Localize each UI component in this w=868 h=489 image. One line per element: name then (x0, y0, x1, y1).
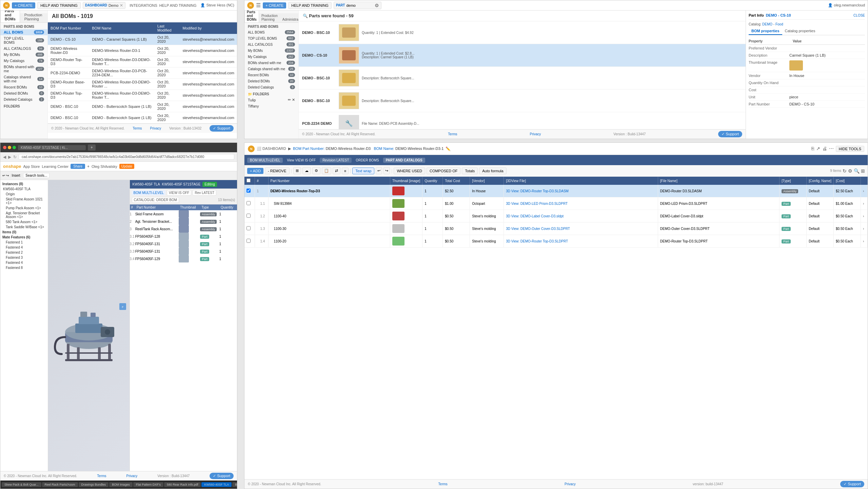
q2-terms[interactable]: Terms (448, 132, 457, 136)
q2-sidebar-my-boms[interactable]: My BOMs 2337 (244, 47, 298, 54)
q4-cell-3dview[interactable]: 3D View: DEMO-Router Top-D3.SLDASM (504, 185, 658, 197)
q4-th-cost[interactable]: [Cost] (834, 177, 861, 185)
q4-th-3dview[interactable]: [3DView File] (504, 177, 658, 185)
q3-privacy[interactable]: Privacy (126, 474, 138, 478)
q4-share-icon[interactable]: ↗ (816, 146, 820, 152)
q3-fastened-5[interactable]: Fastened 4 (2, 260, 46, 265)
q3-url-input[interactable]: cad.onshape.com/documents/2e7ab175304cf9… (19, 154, 234, 160)
q3-tool-undo[interactable]: ↩ (2, 174, 5, 177)
q4-redo-btn[interactable]: ↪ (383, 167, 390, 174)
q3-task-6[interactable]: 580 Rear Rack Info.pdf (164, 482, 201, 487)
q1-cell-name[interactable]: DEMO-Wireless Router-D3-1 (89, 45, 155, 56)
q4-cell-expand[interactable]: › (861, 185, 868, 197)
q4-totals-btn[interactable]: Totals (462, 168, 478, 174)
q4-text-wrap-btn[interactable]: Text wrap (352, 168, 374, 174)
q3-search-tools[interactable]: Search tools... (23, 173, 50, 178)
q4-cell-check[interactable] (244, 210, 255, 222)
q2-folder-tiffany[interactable]: Tiffany (244, 103, 298, 109)
q1-cell-part[interactable]: DEMO - CS-10 (48, 34, 89, 45)
q4-cell-check[interactable] (244, 235, 255, 248)
q1-cell-name[interactable]: DEMO-Wireless Router-D3-DEMO-Router T... (89, 90, 155, 101)
q1-sidebar-all-catalogs[interactable]: ALL CATALOGS 94 (0, 45, 47, 52)
q4-icon-btn-1[interactable]: ⊞ (293, 167, 301, 174)
q3-tree-skid[interactable]: Skid Frame Assom 1021 +1> (2, 197, 46, 206)
q4-multilevel-btn[interactable]: BOM MULTI-LEVEL (247, 158, 283, 163)
q4-th-thumb[interactable]: Thumbnail [image] (390, 177, 422, 185)
q3-task-5[interactable]: Flat Pattern DXF's (133, 482, 163, 487)
q4-cell-check[interactable] (244, 222, 255, 235)
q3-new-tab[interactable]: + (88, 144, 96, 151)
q1-sidebar-deleted-boms[interactable]: Deleted BOMs 0 (0, 90, 47, 96)
q3-share-btn[interactable]: Share (71, 164, 85, 169)
q1-cell-part[interactable]: DEMO - BSC-10 (48, 112, 89, 123)
q4-cell-expand[interactable]: › (861, 235, 868, 248)
q1-create-button[interactable]: + CREATE (12, 2, 35, 8)
q3-task-2[interactable]: Reel Rack Parts/Assm (42, 482, 78, 487)
q3-forward[interactable]: ▶ (8, 155, 11, 159)
q4-row-checkbox[interactable] (246, 239, 251, 243)
q4-order-boms-btn[interactable]: ORDER BOMS (354, 158, 381, 163)
q1-search-clear[interactable]: ✕ (120, 3, 123, 8)
q4-auto-formula-btn[interactable]: Auto formula (479, 168, 506, 174)
q4-detail-row[interactable]: 1 DEMO-Wireless Router-Top-D3 1 $2.50 In… (244, 185, 868, 197)
q3-fastened-1[interactable]: Fastened 1 (2, 240, 46, 245)
q4-hide-tools-btn[interactable]: HIDE TOOLS (836, 146, 864, 152)
q1-cell-part[interactable]: PCB-2234-DEMO (48, 67, 89, 79)
q4-add-btn[interactable]: + ADD (247, 168, 263, 174)
q1-cell-part[interactable]: DEMO-Router Top-D3 (48, 90, 89, 101)
q2-sidebar-deleted-boms[interactable]: Deleted BOMs 20 (244, 78, 298, 84)
q1-support-button[interactable]: ✓ Support (210, 125, 234, 132)
q2-sidebar-top-level[interactable]: TOP LEVEL BOMS 882 (244, 35, 298, 41)
q2-filter-icon[interactable]: ⚙ (375, 3, 379, 8)
q3-learning-center[interactable]: Learning Center (42, 164, 68, 169)
q1-sidebar-all-boms[interactable]: ALL BOMS 1019 (0, 29, 47, 35)
q4-cell-3dview[interactable]: 3D View: DEMO-Label Cover-D3.sldpt (504, 210, 658, 222)
q4-where-used-btn[interactable]: WHERE USED (394, 168, 425, 174)
q3-fastened-6[interactable]: Fastened 8 (2, 265, 46, 270)
q4-icon-btn-4[interactable]: 📋 (322, 167, 331, 174)
q2-tab-parts[interactable]: Parts and BOMs (244, 11, 259, 22)
q3-browser-tab[interactable]: KW560-40SF S71STAGE | Ki... (18, 145, 86, 150)
q3-tree-pump[interactable]: Pump Pack Assom <1> (2, 206, 46, 211)
q4-select-all[interactable] (246, 178, 251, 182)
q4-part-catalogs-btn[interactable]: PART AND CATALOGS (383, 158, 425, 163)
q4-refresh-btn[interactable]: ↻ (843, 168, 847, 174)
q4-print-icon[interactable]: 🖨 (822, 146, 827, 152)
q4-th-total-cost[interactable]: Total Cost (443, 177, 470, 185)
q4-copy-icon[interactable]: ⎘ (811, 146, 814, 152)
q2-sidebar-all-catalogs[interactable]: ALL CATALOGS 301 (244, 41, 298, 47)
q1-tab-production[interactable]: Production Planning (20, 11, 47, 22)
q4-cell-expand[interactable]: › (861, 210, 868, 222)
q3-task-7[interactable]: KW560-40SF TLA (201, 482, 232, 487)
q2-info-tab-catalog[interactable]: Catalog properties (782, 27, 818, 35)
q4-view-off-btn[interactable]: View VIEW IS OFF (285, 158, 318, 163)
q1-table-row[interactable]: DEMO-Router Base-D3 DEMO-Wireless Router… (48, 79, 237, 90)
q2-tab-admin[interactable]: Administration (280, 16, 299, 22)
q3-bom-row[interactable]: 3.4 FPS60405F-129 Part 1 (130, 255, 237, 262)
q2-part-info-close[interactable]: CLOSE (853, 14, 865, 17)
q4-detail-row[interactable]: 1.3 1100-30 1 $0.50 Steve's molding 3D V… (244, 222, 868, 235)
q4-grid-btn[interactable]: ⊞ (861, 168, 865, 174)
q4-row-checkbox[interactable] (246, 226, 251, 230)
q4-privacy[interactable]: Privacy (565, 482, 576, 486)
q2-support-button[interactable]: ✓ Support (718, 131, 742, 137)
q3-plus[interactable]: + (87, 164, 90, 169)
q2-sidebar-shared-catalogs[interactable]: Catalogs shared with me 25 (244, 66, 298, 72)
q4-filter-btn[interactable]: ⚙ (848, 168, 852, 174)
q2-sidebar-deleted-catalogs[interactable]: Deleted Catalogs 3 (244, 84, 298, 90)
q4-th-qty[interactable]: Quantity (422, 177, 443, 185)
q4-dashboard-link[interactable]: ⬜ DASHBOARD (257, 146, 286, 151)
q3-update-badge[interactable]: Update (119, 164, 134, 169)
q3-tool-redo[interactable]: ↪ (6, 174, 9, 177)
q4-revision-btn[interactable]: Revision LATEST (320, 158, 352, 163)
q2-privacy[interactable]: Privacy (530, 132, 541, 136)
q2-folder-tulip[interactable]: Tulip ✏ ✕ (244, 97, 298, 103)
q1-table-row[interactable]: DEMO - CS-10 DEMO - Caramel Squares (1 L… (48, 34, 237, 45)
q2-sidebar-shared-boms[interactable]: BOMs shared with me 204 (244, 60, 298, 66)
q2-sidebar-recent[interactable]: Recent BOMs 10 (244, 72, 298, 78)
q3-fastened-2[interactable]: Fastened 4 (2, 245, 46, 250)
q1-table-row[interactable]: PCB-2234-DEMO DEMO-Wireless Router-D3-PC… (48, 67, 237, 79)
q1-cell-part[interactable]: DEMO-Wireless Router-D3 (48, 45, 89, 56)
q1-sidebar-shared-catalogs[interactable]: Catalogs shared with me 14 (0, 74, 47, 84)
q3-back[interactable]: ◀ (3, 155, 6, 159)
